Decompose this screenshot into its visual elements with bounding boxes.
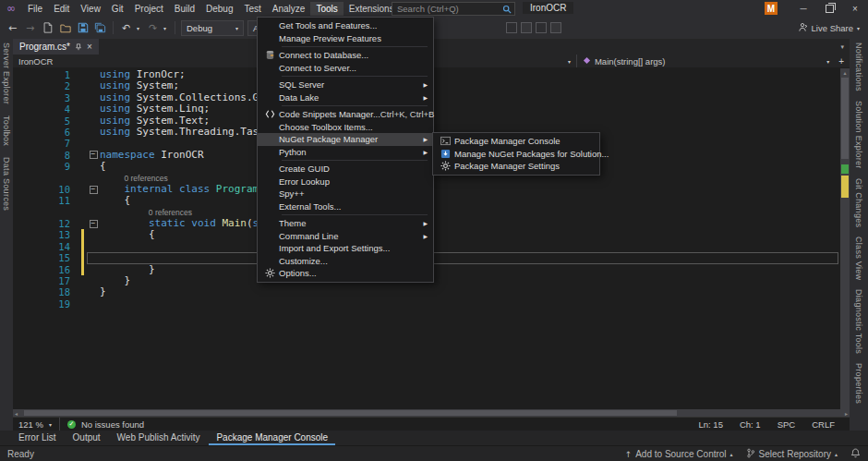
menu-item-sql-server[interactable]: SQL Server▶	[258, 79, 433, 91]
menu-item-theme[interactable]: Theme▶	[258, 217, 433, 230]
vertical-scrollbar[interactable]: ▴	[840, 68, 850, 409]
left-tab-toolbox[interactable]: Toolbox	[2, 115, 11, 146]
menu-item-connect-to-server[interactable]: Connect to Server...	[258, 62, 433, 75]
redo-icon[interactable]: ↷	[146, 21, 160, 35]
gear-icon	[436, 161, 454, 171]
menu-item-external-tools[interactable]: External Tools...	[258, 200, 433, 213]
active-files-dropdown-icon[interactable]: ▾	[840, 39, 850, 55]
right-tab-git-changes[interactable]: Git Changes	[854, 178, 863, 227]
menubar-item-view[interactable]: View	[75, 2, 106, 16]
line-ending-indicator[interactable]: CRLF	[812, 419, 835, 430]
menu-item-import-and-export-settings[interactable]: Import and Export Settings...	[258, 242, 433, 255]
fold-collapse-icon[interactable]: −	[90, 151, 98, 159]
scrollbar-thumb[interactable]	[841, 78, 849, 159]
title-bar: ∞ FileEditViewGitProjectBuildDebugTestAn…	[0, 0, 868, 17]
add-to-source-control-button[interactable]: ↑ Add to Source Control ▴	[625, 449, 733, 459]
live-share-dropdown-icon[interactable]: ▾	[857, 25, 862, 31]
right-tab-solution-explorer[interactable]: Solution Explorer	[854, 101, 863, 169]
minimize-button[interactable]: ─	[790, 0, 816, 17]
notifications-bell-icon[interactable]	[850, 448, 861, 460]
bottom-tab-web-publish-activity[interactable]: Web Publish Activity	[110, 431, 208, 445]
redo-dropdown-icon[interactable]: ▾	[163, 25, 169, 31]
restore-button[interactable]	[816, 0, 842, 17]
pin-icon[interactable]	[75, 43, 82, 51]
open-file-icon[interactable]	[58, 21, 72, 35]
menubar-item-edit[interactable]: Edit	[48, 2, 75, 16]
breadcrumb-member-dropdown[interactable]: Main(string[] args) ▾ +	[577, 55, 850, 67]
menubar-item-test[interactable]: Test	[238, 2, 266, 16]
bottom-tab-output[interactable]: Output	[66, 431, 108, 445]
menu-item-spy[interactable]: Spy++	[258, 188, 433, 200]
tab-program-cs[interactable]: Program.cs* ×	[13, 39, 99, 55]
toolbar-icon[interactable]	[550, 22, 561, 33]
scrollbar-thumb[interactable]	[24, 410, 677, 416]
fold-collapse-icon[interactable]: −	[90, 220, 98, 228]
right-tab-properties[interactable]: Properties	[854, 363, 863, 404]
avatar[interactable]: M	[765, 2, 778, 15]
save-all-icon[interactable]	[93, 21, 107, 35]
menu-item-choose-toolbox-items[interactable]: Choose Toolbox Items...	[258, 121, 433, 134]
spaces-indicator[interactable]: SPC	[778, 419, 796, 430]
save-icon[interactable]	[76, 21, 90, 35]
column-indicator[interactable]: Ch: 1	[740, 419, 761, 430]
left-tab-data-sources[interactable]: Data Sources	[2, 157, 11, 211]
menu-item-data-lake[interactable]: Data Lake▶	[258, 91, 433, 104]
menu-item-package-manager-console[interactable]: Package Manager Console	[433, 135, 599, 148]
health-indicator[interactable]: No issues found	[81, 419, 144, 430]
bottom-tab-error-list[interactable]: Error List	[11, 431, 64, 445]
toolbar-icon[interactable]	[521, 22, 532, 33]
menu-item-command-line[interactable]: Command Line▶	[258, 230, 433, 243]
menu-item-connect-to-database[interactable]: Connect to Database...	[258, 49, 433, 62]
toolbar-icon[interactable]	[506, 22, 517, 33]
solution-configuration-dropdown[interactable]: Debug▾	[181, 20, 244, 36]
scroll-left-icon[interactable]: ◂	[15, 409, 18, 417]
zoom-level-dropdown[interactable]: 121 %	[18, 419, 43, 430]
new-file-icon[interactable]	[41, 21, 54, 35]
editor-status-row: 121 % ▾ ✓ No issues found Ln: 15 Ch: 1 S…	[13, 417, 850, 431]
right-tab-notifications[interactable]: Notifications	[854, 42, 863, 91]
menu-item-get-tools-and-features[interactable]: Get Tools and Features...	[258, 19, 433, 32]
search-icon[interactable]	[500, 5, 514, 14]
menu-item-options[interactable]: Options...	[258, 267, 433, 280]
menubar-item-project[interactable]: Project	[129, 2, 169, 16]
code-line-18[interactable]: 18}	[13, 286, 840, 297]
left-tab-server-explorer[interactable]: Server Explorer	[2, 42, 11, 104]
code-line-19[interactable]: 19	[13, 298, 840, 309]
tab-close-icon[interactable]: ×	[87, 42, 92, 52]
menu-item-error-lookup[interactable]: Error Lookup	[258, 176, 433, 188]
right-tab-class-view[interactable]: Class View	[854, 237, 863, 280]
close-button[interactable]: ×	[842, 0, 868, 17]
line-number: 14	[13, 241, 79, 252]
menu-item-create-guid[interactable]: Create GUID	[258, 163, 433, 176]
right-tab-diagnostic-tools[interactable]: Diagnostic Tools	[854, 289, 863, 354]
menubar-item-git[interactable]: Git	[106, 2, 129, 16]
search-box[interactable]: Search (Ctrl+Q)	[392, 2, 515, 16]
menubar-item-file[interactable]: File	[22, 2, 48, 16]
navigate-back-icon[interactable]: ←	[6, 21, 19, 35]
line-indicator[interactable]: Ln: 15	[699, 419, 723, 430]
horizontal-scrollbar[interactable]: ◂ ▸	[13, 409, 850, 417]
menu-item-manage-preview-features[interactable]: Manage Preview Features	[258, 32, 433, 45]
menubar-item-debug[interactable]: Debug	[200, 2, 238, 16]
menu-item-manage-nuget-packages-for-solution[interactable]: Manage NuGet Packages for Solution...	[433, 148, 599, 161]
undo-icon[interactable]: ↶	[119, 21, 133, 35]
add-icon[interactable]: +	[838, 56, 844, 67]
menu-item-customize[interactable]: Customize...	[258, 255, 433, 268]
select-repository-button[interactable]: Select Repository ▴	[746, 448, 838, 460]
menu-item-code-snippets-manager[interactable]: Code Snippets Manager...Ctrl+K, Ctrl+B	[258, 108, 433, 121]
scroll-right-icon[interactable]: ▸	[845, 409, 848, 417]
menu-item-python[interactable]: Python▶	[258, 146, 433, 159]
scroll-up-icon[interactable]: ▴	[840, 69, 850, 76]
toolbar-icon[interactable]	[536, 22, 547, 33]
navigate-forward-icon[interactable]: →	[23, 21, 37, 35]
menubar-item-analyze[interactable]: Analyze	[267, 2, 311, 16]
menubar-item-tools[interactable]: Tools	[310, 2, 343, 16]
menubar-item-build[interactable]: Build	[169, 2, 200, 16]
bottom-tab-package-manager-console[interactable]: Package Manager Console	[209, 431, 335, 445]
live-share-button[interactable]: Live Share ▾	[798, 22, 868, 34]
glyph-margin	[79, 138, 87, 149]
fold-collapse-icon[interactable]: −	[90, 186, 98, 194]
menu-item-nuget-package-manager[interactable]: NuGet Package Manager▶	[258, 133, 433, 146]
menu-item-package-manager-settings[interactable]: Package Manager Settings	[433, 160, 599, 173]
undo-dropdown-icon[interactable]: ▾	[137, 25, 142, 31]
